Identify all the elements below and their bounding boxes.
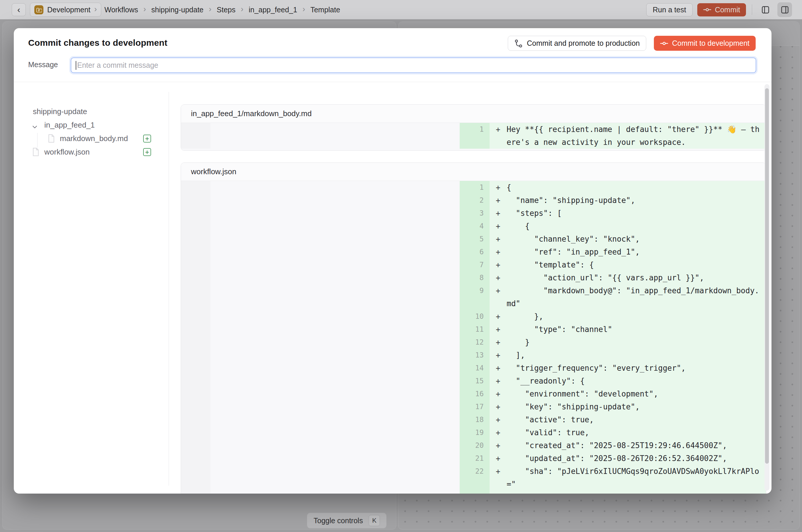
diff-row: 9+ "markdown_body@": "in_app_feed_1/mark… <box>181 284 766 310</box>
commit-message-input[interactable]: Enter a commit message <box>71 57 756 73</box>
diff-row: 12+ } <box>181 336 766 349</box>
run-a-test-button[interactable]: Run a test <box>646 3 693 16</box>
diff-line-text: "trigger_frequency": "every_trigger", <box>507 362 766 375</box>
diff-line-text: "type": "channel" <box>507 323 766 336</box>
commit-button[interactable]: Commit <box>697 3 746 16</box>
diff-line-text: "created_at": "2025-08-25T19:29:46.64450… <box>507 439 766 452</box>
breadcrumb-separator: › <box>209 5 211 15</box>
commit-and-promote-button[interactable]: Commit and promote to production <box>508 36 646 51</box>
old-line-content <box>210 232 460 245</box>
diff-added-sign: + <box>490 271 507 284</box>
old-line-gutter <box>181 362 210 375</box>
diff-line-text: "active": true, <box>507 413 766 426</box>
diff-line-text: "markdown_body@": "in_app_feed_1/markdow… <box>507 284 766 310</box>
diff-added-sign: + <box>490 439 507 452</box>
commit-to-development-label: Commit to development <box>672 39 749 48</box>
old-line-content <box>210 336 460 349</box>
old-line-content <box>210 245 460 259</box>
toggle-controls-button[interactable]: Toggle controls K <box>307 513 387 529</box>
old-line-content <box>210 310 460 323</box>
commit-to-development-button[interactable]: Commit to development <box>654 36 756 51</box>
diff-line-text: "key": "shipping-update", <box>507 400 766 413</box>
diff-row: 10+ }, <box>181 310 766 323</box>
old-line-gutter <box>181 375 210 387</box>
diff-line-text: "action_url": "{{ vars.app_url }}", <box>507 271 766 284</box>
old-line-gutter <box>181 271 210 284</box>
diff-row: 22+ "sha": "pJeLVir6xIlUCMGqs9qroZoUAVDS… <box>181 465 766 491</box>
diff-row: 23+ } <box>181 491 766 494</box>
old-line-gutter <box>181 400 210 413</box>
old-line-content <box>210 181 460 194</box>
diff-line-text: } <box>507 491 766 494</box>
old-line-gutter <box>181 284 210 310</box>
diff-added-sign: + <box>490 465 507 491</box>
promote-branch-icon <box>514 39 523 48</box>
old-line-gutter <box>181 123 210 149</box>
diff-row: 4+ { <box>181 220 766 232</box>
chevron-right-icon: › <box>94 5 97 15</box>
breadcrumb-item-template[interactable]: Template <box>310 5 340 14</box>
new-line-number: 17 <box>460 400 490 413</box>
environment-selector[interactable]: Development › <box>30 3 101 17</box>
old-line-content <box>210 439 460 452</box>
commit-changes-dialog: Commit changes to development Commit and… <box>14 28 771 494</box>
dialog-body: shipping-update in_app_feed_1 markdown_b… <box>14 82 771 494</box>
diff-added-sign: + <box>490 245 507 259</box>
environment-name: Development <box>47 5 90 14</box>
diff-line-text: "updated_at": "2025-08-26T20:26:52.36400… <box>507 452 766 465</box>
message-label: Message <box>28 60 58 69</box>
new-line-number: 1 <box>460 181 490 194</box>
old-line-gutter <box>181 349 210 362</box>
old-line-gutter <box>181 387 210 400</box>
diff-viewer: in_app_feed_1/markdown_body.md 1+Hey **{… <box>169 82 771 494</box>
diff-filename: workflow.json <box>181 163 766 181</box>
old-line-gutter <box>181 181 210 194</box>
new-line-number: 7 <box>460 259 490 271</box>
tree-group-step[interactable]: in_app_feed_1 <box>44 120 95 130</box>
diff-row: 18+ "active": true, <box>181 413 766 426</box>
new-line-number: 9 <box>460 284 490 310</box>
new-line-number: 6 <box>460 245 490 259</box>
old-line-content <box>210 491 460 494</box>
diff-row: 5+ "channel_key": "knock", <box>181 232 766 245</box>
breadcrumb-item-workflows[interactable]: Workflows <box>105 5 138 14</box>
breadcrumb: Workflows›shipping-update›Steps›in_app_f… <box>105 0 340 19</box>
diff-line-text: "environment": "development", <box>507 387 766 400</box>
diff-row: 1+{ <box>181 181 766 194</box>
tree-file-markdown-body[interactable]: markdown_body.md <box>60 134 128 143</box>
old-line-content <box>210 465 460 491</box>
back-button[interactable]: ‹ <box>12 3 26 16</box>
diff-added-sign: + <box>490 349 507 362</box>
diff-added-sign: + <box>490 284 507 310</box>
diff-line-text: "steps": [ <box>507 207 766 220</box>
breadcrumb-separator: › <box>241 5 243 15</box>
dialog-header: Commit changes to development Commit and… <box>14 28 771 82</box>
diff-row: 21+ "updated_at": "2025-08-26T20:26:52.3… <box>181 452 766 465</box>
scrollbar-thumb[interactable] <box>765 88 769 464</box>
breadcrumb-item-steps[interactable]: Steps <box>217 5 236 14</box>
old-line-gutter <box>181 207 210 220</box>
diff-line-text: "sha": "pJeLVir6xIlUCMGqs9qroZoUAVDSwA0y… <box>507 465 766 491</box>
new-line-number: 20 <box>460 439 490 452</box>
diff-line-text: }, <box>507 310 766 323</box>
breadcrumb-separator: › <box>144 5 146 15</box>
old-line-content <box>210 123 460 149</box>
new-line-number: 21 <box>460 452 490 465</box>
breadcrumb-item-shipping-update[interactable]: shipping-update <box>151 5 204 14</box>
chevron-down-icon[interactable] <box>31 123 38 131</box>
tree-file-workflow-json[interactable]: workflow.json <box>44 148 90 157</box>
new-line-number: 3 <box>460 207 490 220</box>
file-icon <box>32 148 40 156</box>
toggle-left-panel-button[interactable] <box>758 2 773 17</box>
diff-added-sign: + <box>490 181 507 194</box>
new-line-number: 8 <box>460 271 490 284</box>
old-line-content <box>210 284 460 310</box>
added-file-badge[interactable]: + <box>143 148 151 156</box>
diff-line-text: ], <box>507 349 766 362</box>
breadcrumb-item-in_app_feed_1[interactable]: in_app_feed_1 <box>249 5 297 14</box>
toggle-right-panel-button[interactable] <box>777 2 792 17</box>
diff-row: 7+ "template": { <box>181 259 766 271</box>
new-line-number: 16 <box>460 387 490 400</box>
added-file-badge[interactable]: + <box>143 135 151 142</box>
environment-folder-icon <box>34 5 43 14</box>
